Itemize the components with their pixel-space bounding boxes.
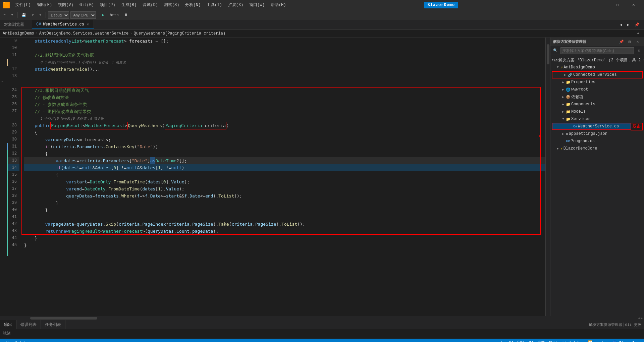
tree-item-solution[interactable]: ▼ 🗂 解决方案 'BlazorDemo' (2 个项目，共 2 个) (550, 56, 644, 64)
tree-item-properties[interactable]: ▶ 📁 Properties (550, 78, 644, 86)
tab-close-icon[interactable]: ✕ (86, 22, 90, 26)
breadcrumb-class[interactable]: AntDesignDemo.Services.WeatherService (39, 31, 128, 36)
tab-output[interactable]: 输出 (0, 320, 16, 329)
menu-view[interactable]: 视图(V) (55, 1, 76, 9)
scroll-thumb[interactable] (547, 44, 549, 64)
code-line-34: if (dates != null && dates[0] != null &&… (24, 164, 545, 171)
code-editor[interactable]: − − 9 10 11 12 13 24 25 26 27 2 (0, 38, 550, 316)
pin-icon[interactable]: 📌 (633, 22, 641, 27)
run-url[interactable]: http (108, 12, 120, 18)
nav-arrows[interactable]: ↑ ↓ (19, 340, 25, 342)
warning-count[interactable]: ⚠ 2 (11, 340, 17, 342)
menu-test[interactable]: 测试(S) (161, 1, 182, 9)
debug-mode-select[interactable]: Debug (48, 11, 69, 19)
tree-item-program[interactable]: C# Program.cs (550, 137, 644, 145)
breadcrumb-method[interactable]: QueryWeathers(PagingCriteria criteria) (133, 31, 225, 36)
toolbar-redo[interactable]: ↷ (37, 12, 44, 18)
breadcrumb-project[interactable]: AntDesignDemo (3, 31, 34, 36)
project-icon: ⚡ (560, 65, 563, 70)
tree-item-weatherservice[interactable]: C# WeatherService.cs 双击 (552, 123, 643, 130)
hscroll-left-icon[interactable]: ◀ (638, 316, 640, 320)
maximize-button[interactable]: ☐ (610, 0, 625, 10)
code-line-27-meta: 1 个引用|0 项更改|0 名作者，0 项更改 (24, 115, 545, 122)
solution-explorer-pin[interactable]: 📌 (618, 39, 625, 45)
menu-edit[interactable]: 编辑(E) (34, 1, 55, 9)
wwwroot-icon: 🌐 (566, 88, 571, 92)
connected-services-label: Connected Services (573, 72, 641, 77)
code-line-39: } (24, 199, 545, 207)
toolbar-open[interactable]: ➡ (9, 12, 15, 18)
code-content[interactable]: static readonly List<WeatherForecast> fo… (21, 38, 545, 316)
solution-explorer-search[interactable] (560, 47, 634, 54)
toolbar-new[interactable]: ⬅ (1, 12, 8, 18)
diff-icon[interactable]: ✓ (28, 340, 31, 342)
minimize-button[interactable]: — (594, 0, 609, 10)
breadcrumb-sep1: › (36, 31, 38, 36)
nav-back-icon[interactable]: + (635, 31, 641, 36)
collapse-btn-11[interactable]: − (1, 52, 3, 55)
run-button[interactable]: ▶ (100, 12, 107, 18)
tree-item-appsettings[interactable]: ▶ ⚙ appsettings.json (550, 130, 644, 137)
tab-scroll-left[interactable]: ◀ (618, 22, 624, 27)
code-line-41 (24, 214, 545, 221)
solution-explorer-close[interactable]: ✕ (634, 39, 641, 45)
tab-weather-service[interactable]: C# WeatherService.cs ✕ (32, 20, 94, 29)
h-scroll-thumb[interactable] (30, 317, 97, 320)
se-search-icon[interactable]: 🔍 (552, 47, 559, 54)
code-line-35: { (24, 171, 545, 178)
tree-item-connected-services[interactable]: ▶ 🔗 Connected Services (552, 71, 643, 78)
weatherservice-csharp-icon: C# (573, 125, 577, 128)
tree-item-services[interactable]: ▼ 📁 Services (550, 115, 644, 123)
components-label: Components (571, 102, 643, 107)
menu-git[interactable]: Git(G) (77, 1, 97, 9)
menu-tools[interactable]: 工具(T) (204, 1, 225, 9)
tab-task-list[interactable]: 任务列表 (41, 320, 65, 329)
code-line-40: } (24, 207, 545, 214)
tree-item-dependencies[interactable]: ▶ 📦 依赖项 (550, 93, 644, 101)
tab-scroll-right[interactable]: ▶ (625, 22, 631, 27)
blazorcore-arrow-icon: ▶ (556, 147, 560, 151)
hscroll-right-icon[interactable]: ▶ (641, 316, 643, 320)
tab-error-list[interactable]: 错误列表 (16, 320, 41, 329)
error-count[interactable]: ✕ 0 (3, 340, 8, 342)
program-csharp-icon: C# (566, 139, 570, 143)
toolbar-undo[interactable]: ↶ (30, 12, 36, 18)
wwwroot-label: wwwroot (571, 87, 643, 92)
project-indicator[interactable]: 🔵 BlazorDemo (612, 340, 641, 342)
menu-help[interactable]: 帮助(H) (268, 1, 289, 9)
menu-extensions[interactable]: 扩展(X) (225, 1, 246, 9)
menu-analyze[interactable]: 分析(N) (182, 1, 203, 9)
output-panel-tabs: 输出 错误列表 任务列表 解决方案资源管理器 Git 更改 (0, 320, 644, 329)
horizontal-scrollbar[interactable]: ◀ ▶ (0, 316, 644, 320)
vertical-scrollbar[interactable] (545, 38, 550, 316)
services-icon: 📁 (566, 117, 571, 121)
solution-tree: ▼ 🗂 解决方案 'BlazorDemo' (2 个项目，共 2 个) ▼ ⚡ … (550, 55, 644, 316)
tree-item-models[interactable]: ▶ 📁 Models (550, 108, 644, 115)
platform-select[interactable]: Any CPU (70, 11, 96, 19)
tree-item-wwwroot[interactable]: ▶ 🌐 wwwroot (550, 86, 644, 93)
toolbar-save-all[interactable]: 💾 (19, 12, 28, 18)
se-settings-icon[interactable]: ⚙ (635, 47, 643, 54)
tree-item-blazorcore[interactable]: ▶ ⚡ BlazorDemoCore (550, 145, 644, 152)
solution-label: 解决方案 'BlazorDemo' (2 个项目，共 2 个) (558, 57, 644, 63)
toolbar-step-over[interactable]: ⏸ (122, 12, 130, 18)
solution-explorer-bottom-label[interactable]: 解决方案资源管理器 (589, 322, 622, 327)
tree-item-components[interactable]: ▶ 📁 Components (550, 101, 644, 108)
menu-debug[interactable]: 调试(D) (140, 1, 161, 9)
menu-file[interactable]: 文件(F) (13, 1, 34, 9)
error-icon: ✕ (3, 340, 5, 342)
menu-build[interactable]: 生成(B) (119, 1, 140, 9)
tree-item-antdesigndemo[interactable]: ▼ ⚡ AntDesignDemo (550, 64, 644, 71)
models-label: Models (571, 109, 643, 114)
solution-explorer-expand[interactable]: ⊡ (626, 39, 633, 45)
menu-window[interactable]: 窗口(W) (247, 1, 267, 9)
git-branch[interactable]: 🔀 master (588, 340, 608, 342)
close-button[interactable]: ✕ (626, 0, 641, 10)
line-numbers: 9 10 11 12 13 24 25 26 27 28 29 30 31 32… (8, 38, 21, 316)
properties-label: Properties (571, 80, 643, 84)
tab-object-browser[interactable]: 对象浏览器 (0, 20, 32, 29)
menu-project[interactable]: 项目(P) (97, 1, 118, 9)
code-gap (24, 80, 545, 87)
collapse-btn-24[interactable]: − (1, 80, 3, 83)
git-changes-bottom-label[interactable]: Git 更改 (625, 322, 641, 327)
